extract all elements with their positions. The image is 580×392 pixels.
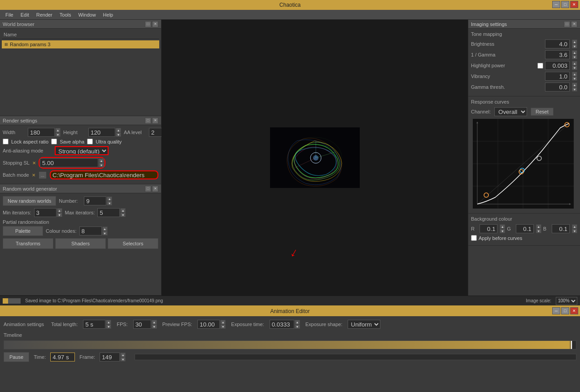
g-up[interactable]: ▲ [536,224,541,229]
selectors-button[interactable]: Selectors [108,238,158,249]
g-input[interactable] [516,224,534,233]
min-iter-down[interactable]: ▼ [57,213,62,217]
vibrancy-input[interactable] [545,72,570,81]
exposure-input[interactable] [270,320,294,329]
imaging-close[interactable]: ✕ [571,21,577,27]
vibrancy-down[interactable]: ▼ [572,76,577,81]
colour-nodes-input[interactable] [79,226,102,235]
gamma-input[interactable] [545,50,570,59]
r-down[interactable]: ▼ [500,229,505,233]
world-browser-close[interactable]: ✕ [152,21,158,27]
reset-button[interactable]: Reset [531,108,554,116]
batch-path-input[interactable] [50,170,158,179]
transforms-button[interactable]: Transforms [3,238,53,249]
exposure-up[interactable]: ▲ [295,320,300,324]
gamma-thresh-up[interactable]: ▲ [572,83,577,87]
gamma-up[interactable]: ▲ [572,50,577,55]
apply-curves-check[interactable] [471,235,477,241]
max-iter-down[interactable]: ▼ [120,213,126,217]
number-input[interactable] [84,196,106,205]
channel-select[interactable]: Overall [494,107,527,116]
preview-fps-up[interactable]: ▲ [220,320,226,324]
stopping-input[interactable] [40,158,98,167]
number-down[interactable]: ▼ [107,201,112,205]
save-alpha-check[interactable] [51,139,57,144]
b-up[interactable]: ▲ [572,224,577,229]
timeline-scrollbar[interactable] [135,354,576,360]
stopping-up[interactable]: ▲ [99,158,104,163]
min-iter-up[interactable]: ▲ [57,208,62,213]
height-input[interactable]: 120 [88,128,115,137]
preview-fps-down[interactable]: ▼ [220,324,226,329]
height-up[interactable]: ▲ [116,128,121,132]
brightness-input[interactable] [545,39,570,48]
anim-maximize[interactable]: □ [561,307,569,314]
brightness-down[interactable]: ▼ [572,44,577,48]
highlight-up[interactable]: ▲ [572,61,577,65]
colour-nodes-down[interactable]: ▼ [102,231,108,235]
lock-aspect-check[interactable] [3,139,9,144]
menu-edit[interactable]: Edit [17,11,33,18]
width-input[interactable]: 180 [28,128,55,137]
anim-minimize[interactable]: ─ [552,307,560,314]
gamma-down[interactable]: ▼ [572,55,577,59]
highlight-input[interactable] [545,61,570,70]
maximize-button[interactable]: □ [561,1,569,8]
world-item[interactable]: ⊞ Random params 3 [2,40,159,48]
gamma-thresh-input[interactable] [545,83,570,91]
total-input[interactable] [83,320,105,329]
total-up[interactable]: ▲ [106,320,111,324]
fps-up[interactable]: ▲ [152,320,157,324]
width-up[interactable]: ▲ [55,128,61,132]
frame-down[interactable]: ▼ [120,357,126,362]
frame-up[interactable]: ▲ [120,353,126,357]
height-down[interactable]: ▼ [116,132,121,137]
r-input[interactable] [480,224,497,233]
shape-select[interactable]: Uniform [348,320,380,329]
highlight-check[interactable] [537,63,543,69]
g-down[interactable]: ▼ [536,229,541,233]
max-iter-up[interactable]: ▲ [120,208,126,213]
number-up[interactable]: ▲ [107,196,112,201]
width-down[interactable]: ▼ [55,132,61,137]
palette-button[interactable]: Palette [3,226,43,236]
time-input[interactable] [50,353,75,362]
stopping-clear[interactable]: ✕ [32,161,36,166]
pause-button[interactable]: Pause [4,352,29,362]
brightness-up[interactable]: ▲ [572,39,577,44]
new-random-worlds-button[interactable]: New random worlds [3,196,56,206]
scale-select[interactable]: 100% [556,297,577,305]
menu-render[interactable]: Render [33,11,56,18]
render-settings-close[interactable]: ✕ [152,118,158,124]
preview-fps-input[interactable] [197,320,220,329]
rwg-close[interactable]: ✕ [152,186,158,192]
aa-mode-select[interactable]: Strong (default) [55,146,109,155]
min-iter-input[interactable] [34,208,57,217]
ultra-quality-check[interactable] [87,139,93,144]
minimize-button[interactable]: ─ [552,1,560,8]
curves-canvas[interactable] [473,119,574,209]
imaging-pin[interactable]: □ [564,21,570,27]
menu-help[interactable]: Help [100,11,117,18]
close-button[interactable]: ✕ [570,1,578,8]
world-browser-pin[interactable]: □ [145,21,151,27]
r-up[interactable]: ▲ [500,224,505,229]
fps-input[interactable] [133,320,151,329]
b-down[interactable]: ▼ [572,229,577,233]
gamma-thresh-down[interactable]: ▼ [572,87,577,91]
highlight-down[interactable]: ▼ [572,65,577,70]
colour-nodes-up[interactable]: ▲ [102,226,108,231]
render-settings-pin[interactable]: □ [145,118,151,124]
batch-browse[interactable]: ... [39,172,46,179]
fps-down[interactable]: ▼ [152,324,157,329]
exposure-down[interactable]: ▼ [295,324,300,329]
menu-file[interactable]: File [2,11,17,18]
b-input[interactable] [552,224,570,233]
vibrancy-up[interactable]: ▲ [572,72,577,76]
max-iter-input[interactable] [97,208,120,217]
batch-clear[interactable]: ✕ [32,173,35,178]
menu-tools[interactable]: Tools [56,11,75,18]
shaders-button[interactable]: Shaders [55,238,106,249]
anim-close[interactable]: ✕ [570,307,578,314]
menu-window[interactable]: Window [74,11,99,18]
